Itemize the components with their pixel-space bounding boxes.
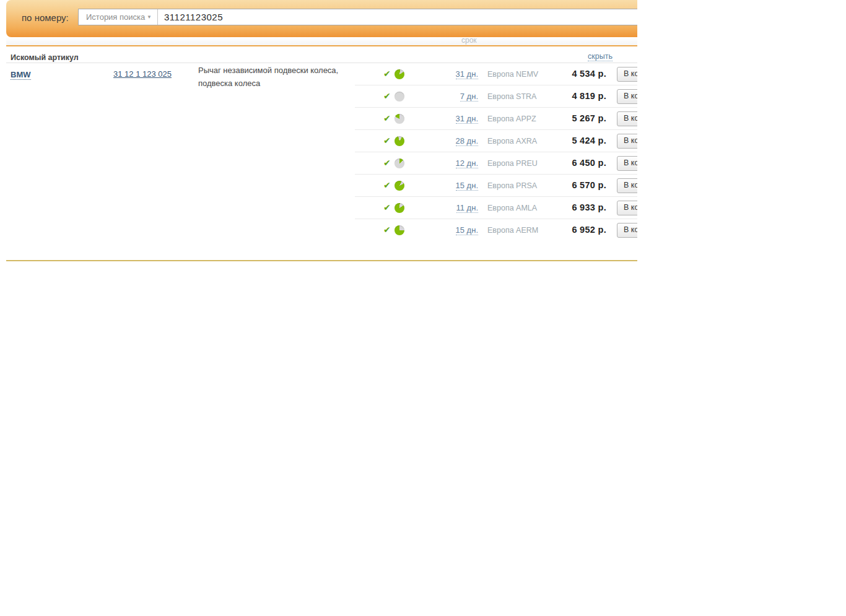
offer-row: ✔ 11 дн. Европа AMLA 6 933 р. В ко <box>355 197 637 219</box>
part-description: Рычаг независимой подвески колеса, подве… <box>198 64 344 90</box>
delivery-days-link[interactable]: 31 дн. <box>456 114 478 124</box>
supplier-label: Европа AXRA <box>487 137 537 145</box>
price-label: 6 952 р. <box>572 225 606 235</box>
price-label: 6 450 р. <box>572 158 606 168</box>
supplier-label: Европа STRA <box>487 92 536 101</box>
offer-row: ✔ 15 дн. Европа PRSA 6 570 р. В ко <box>355 175 637 197</box>
search-by-number-label: по номеру: <box>22 12 69 23</box>
delivery-days-link[interactable]: 15 дн. <box>456 181 478 191</box>
add-to-cart-button[interactable]: В ко <box>617 111 637 126</box>
delivery-days-link[interactable]: 15 дн. <box>456 225 478 235</box>
add-to-cart-button[interactable]: В ко <box>617 201 637 215</box>
supplier-label: Европа PREU <box>487 159 538 168</box>
supplier-label: Европа NEMV <box>487 70 538 79</box>
add-to-cart-button[interactable]: В ко <box>617 89 637 104</box>
delivery-days-link[interactable]: 31 дн. <box>456 69 478 79</box>
add-to-cart-button[interactable]: В ко <box>617 156 637 171</box>
availability-pie-icon <box>395 181 404 191</box>
price-label: 5 424 р. <box>572 136 606 145</box>
search-history-dropdown[interactable]: История поиска ▼ <box>79 9 158 25</box>
price-label: 4 534 р. <box>572 69 606 79</box>
delivery-days-link[interactable]: 11 дн. <box>456 203 478 213</box>
price-label: 5 267 р. <box>572 113 606 123</box>
search-combo: История поиска ▼ <box>78 9 637 25</box>
results-bottom-divider <box>6 260 637 261</box>
in-stock-check-icon: ✔ <box>383 113 391 123</box>
supplier-label: Европа APPZ <box>487 115 536 123</box>
in-stock-check-icon: ✔ <box>383 158 391 168</box>
availability-pie-icon <box>395 136 404 146</box>
offers-list: ✔ 31 дн. Европа NEMV 4 534 р. В ко ✔ 7 д… <box>355 63 637 241</box>
availability-pie-icon <box>395 203 404 213</box>
chevron-down-icon: ▼ <box>147 15 152 20</box>
in-stock-check-icon: ✔ <box>383 180 391 190</box>
supplier-label: Европа PRSA <box>487 181 537 190</box>
delivery-days-link[interactable]: 12 дн. <box>456 158 478 168</box>
offer-row: ✔ 28 дн. Европа AXRA 5 424 р. В ко <box>355 130 637 152</box>
availability-pie-icon <box>395 92 404 102</box>
add-to-cart-button[interactable]: В ко <box>617 223 637 238</box>
availability-pie-icon <box>395 225 404 235</box>
supplier-label: Европа AMLA <box>487 204 537 212</box>
price-label: 6 570 р. <box>572 180 606 190</box>
offer-row: ✔ 31 дн. Европа APPZ 5 267 р. В ко <box>355 108 637 130</box>
delivery-days-link[interactable]: 7 дн. <box>460 92 478 102</box>
search-panel: по номеру: История поиска ▼ <box>6 0 637 37</box>
results-table-header: срок <box>6 37 637 46</box>
offer-row: ✔ 31 дн. Европа NEMV 4 534 р. В ко <box>355 63 637 85</box>
availability-pie-icon <box>395 114 404 124</box>
searched-article-title: Искомый артикул <box>11 53 79 62</box>
delivery-days-link[interactable]: 28 дн. <box>456 136 478 146</box>
part-number-input[interactable] <box>158 9 637 25</box>
add-to-cart-button[interactable]: В ко <box>617 67 637 82</box>
availability-pie-icon <box>395 69 404 79</box>
in-stock-check-icon: ✔ <box>383 202 391 212</box>
offer-row: ✔ 15 дн. Европа AERM 6 952 р. В ко <box>355 219 637 241</box>
hide-results-link[interactable]: скрыть <box>588 52 613 61</box>
in-stock-check-icon: ✔ <box>383 91 391 101</box>
page-content: по номеру: История поиска ▼ срок скрыть … <box>0 0 637 616</box>
add-to-cart-button[interactable]: В ко <box>617 178 637 193</box>
brand-link[interactable]: BMW <box>11 70 31 80</box>
add-to-cart-button[interactable]: В ко <box>617 134 637 149</box>
in-stock-check-icon: ✔ <box>383 69 391 79</box>
search-history-dropdown-value: История поиска <box>86 12 145 22</box>
term-column-header: срок <box>461 37 477 45</box>
in-stock-check-icon: ✔ <box>383 136 391 145</box>
offer-row: ✔ 12 дн. Европа PREU 6 450 р. В ко <box>355 152 637 175</box>
price-label: 4 819 р. <box>572 91 606 101</box>
article-number-link[interactable]: 31 12 1 123 025 <box>113 69 172 79</box>
price-label: 6 933 р. <box>572 202 606 212</box>
in-stock-check-icon: ✔ <box>383 225 391 235</box>
supplier-label: Европа AERM <box>487 226 538 235</box>
offer-row: ✔ 7 дн. Европа STRA 4 819 р. В ко <box>355 85 637 108</box>
availability-pie-icon <box>395 158 404 168</box>
